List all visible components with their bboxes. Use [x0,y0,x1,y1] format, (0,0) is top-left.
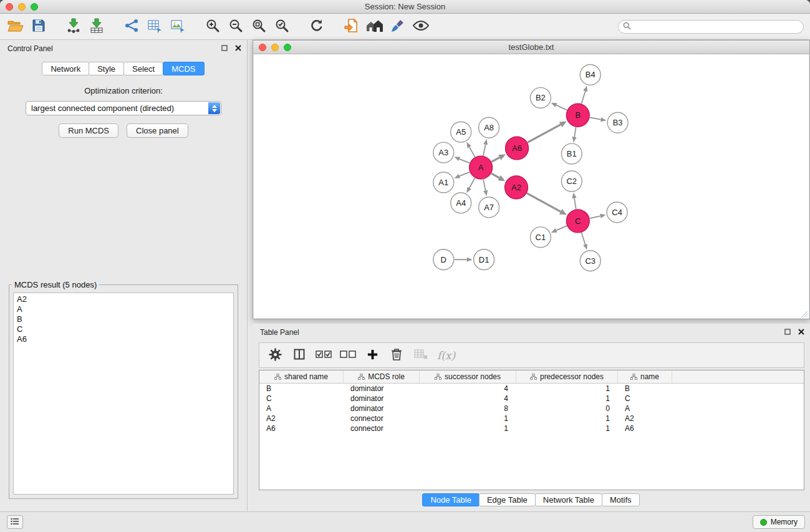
export-table-button[interactable] [143,16,166,38]
graph-edge-C-C3[interactable] [582,233,586,244]
graph-edge-A-A1[interactable] [460,172,470,177]
graph-node-B3[interactable]: B3 [607,112,628,133]
column-header-predecessor-nodes[interactable]: predecessor nodes [516,370,618,383]
table-row[interactable]: Bdominator41B [259,384,804,394]
float-panel-button[interactable] [220,44,228,52]
graph-edge-B-B3[interactable] [590,117,601,119]
search-input[interactable] [634,22,803,31]
graph-node-A1[interactable]: A1 [433,172,454,193]
column-header-name[interactable]: name [618,370,672,383]
delete-columns-button[interactable] [388,346,405,365]
table-settings-button[interactable] [267,346,283,365]
column-header-successor-nodes[interactable]: successor nodes [420,370,516,383]
open-session-button[interactable] [4,16,27,38]
column-header-MCDS-role[interactable]: MCDS role [344,370,420,383]
mcds-result-list[interactable]: A2ABCA6 [13,293,234,495]
graph-node-A5[interactable]: A5 [451,122,471,142]
table-row[interactable]: A6connector11A6 [259,423,804,433]
delete-table-button[interactable] [413,346,429,365]
graph-node-B1[interactable]: B1 [561,143,582,164]
tab-network[interactable]: Network [42,62,89,75]
home-button[interactable] [363,16,386,38]
create-column-button[interactable] [364,346,380,365]
graph-node-A7[interactable]: A7 [479,197,499,218]
zoom-fit-button[interactable] [247,16,270,38]
run-mcds-button[interactable]: Run MCDS [59,123,118,138]
resize-grip-icon[interactable] [801,310,808,317]
show-panels-button[interactable] [7,515,23,529]
open-network-view-button[interactable] [340,16,363,38]
export-network-button[interactable] [120,16,143,38]
graph-edge-A-A3[interactable] [460,159,470,163]
graph-node-D1[interactable]: D1 [474,249,494,270]
network-zoom-button[interactable] [284,44,291,51]
graph-node-A3[interactable]: A3 [433,142,454,163]
zoom-in-button[interactable] [201,16,224,38]
mcds-result-item[interactable]: A2 [14,294,233,304]
tab-style[interactable]: Style [89,62,124,75]
graph-node-C4[interactable]: C4 [607,202,627,223]
graph-node-B4[interactable]: B4 [580,64,600,85]
graph-edge-A-A6[interactable] [491,157,499,162]
close-window-button[interactable] [6,3,13,11]
apply-style-button[interactable] [386,16,409,38]
graph-edge-C-C4[interactable] [590,216,600,218]
tab-mcds[interactable]: MCDS [163,62,204,75]
table-row[interactable]: A2connector11A2 [259,414,804,423]
graph-edge-A2-C[interactable] [527,193,561,212]
graph-node-C1[interactable]: C1 [530,227,551,248]
network-minimize-button[interactable] [271,44,279,51]
graph-edge-C-C1[interactable] [556,226,567,230]
graph-node-C[interactable]: C [566,210,589,233]
save-session-button[interactable] [27,16,50,38]
graph-edge-A-A7[interactable] [483,180,486,191]
graph-node-A6[interactable]: A6 [506,137,529,160]
close-panel-button[interactable] [234,44,242,52]
function-builder-button[interactable]: f(x) [437,346,455,365]
float-table-panel-button[interactable] [783,328,791,336]
optimization-criterion-select[interactable]: largest connected component (directed) [26,101,221,115]
graph-node-B[interactable]: B [566,104,589,127]
network-canvas[interactable]: AA1A2A3A4A5A6A7A8BB1B2B3B4CC1C2C3C4DD1 [254,54,809,318]
graph-node-B2[interactable]: B2 [530,87,551,108]
search-field[interactable] [618,20,804,34]
tab-edge-table[interactable]: Edge Table [479,493,536,506]
import-network-button[interactable] [62,16,85,38]
close-panel-button-mcds[interactable]: Close panel [127,123,188,138]
network-window-titlebar[interactable]: testGlobe.txt [253,41,809,54]
memory-button[interactable]: Memory [753,515,805,529]
table-row[interactable]: Adominator80A [259,404,804,414]
export-image-button[interactable] [166,16,189,38]
graph-edge-B-B4[interactable] [581,91,585,104]
minimize-window-button[interactable] [18,3,26,11]
graph-edge-B-B1[interactable] [574,127,576,137]
zoom-out-button[interactable] [224,16,247,38]
deselect-all-button[interactable] [340,346,356,365]
show-column-button[interactable] [291,346,307,365]
graph-edge-A6-B[interactable] [528,125,561,143]
mcds-result-item[interactable]: A [14,304,233,314]
mcds-result-item[interactable]: B [14,314,233,324]
mcds-result-item[interactable]: A6 [14,334,233,344]
network-close-button[interactable] [259,44,266,51]
tab-node-table[interactable]: Node Table [422,493,480,506]
import-table-button[interactable] [85,16,108,38]
zoom-selected-button[interactable] [270,16,293,38]
select-all-button[interactable] [316,346,332,365]
graph-edge-A-A8[interactable] [483,145,486,156]
graph-node-A[interactable]: A [470,156,493,179]
graph-edge-A-A4[interactable] [470,178,475,188]
column-header-shared-name[interactable]: shared name [259,370,344,383]
graph-node-A2[interactable]: A2 [505,176,528,199]
tab-network-table[interactable]: Network Table [535,493,602,506]
apply-layout-button[interactable] [305,16,328,38]
graph-edge-B-B2[interactable] [556,105,567,110]
graph-node-C2[interactable]: C2 [561,171,582,191]
graph-node-A8[interactable]: A8 [479,117,499,138]
graph-node-D[interactable]: D [433,249,454,270]
show-details-button[interactable] [409,16,432,38]
graph-edge-A-A2[interactable] [491,173,499,178]
tab-select[interactable]: Select [123,62,163,75]
graph-node-A4[interactable]: A4 [451,193,471,213]
graph-edge-A-A5[interactable] [470,147,475,157]
